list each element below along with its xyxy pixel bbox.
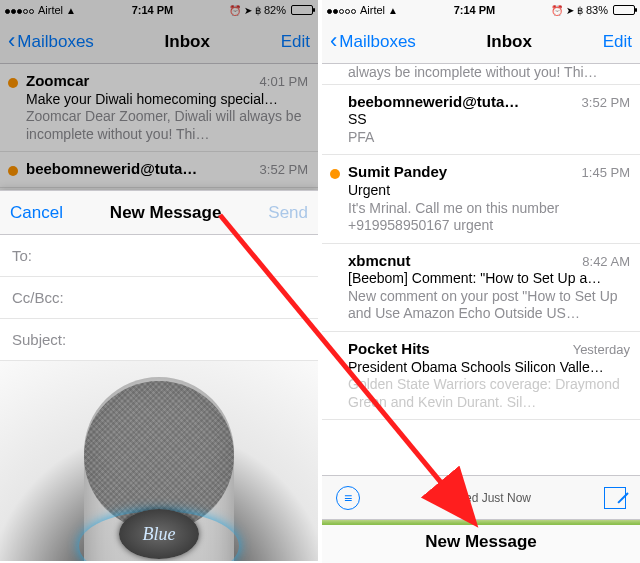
chevron-left-icon: ‹ bbox=[330, 30, 337, 52]
send-button[interactable]: Send bbox=[268, 203, 308, 223]
message-from: Pocket Hits bbox=[348, 340, 430, 359]
attachment-image[interactable]: Blue bbox=[0, 361, 318, 561]
message-from: beebomnewerid@tuta… bbox=[26, 160, 197, 179]
message-from: Sumit Pandey bbox=[348, 163, 447, 182]
draft-title: New Message bbox=[425, 532, 537, 552]
message-time: 1:45 PM bbox=[576, 165, 630, 181]
inbox-title: Inbox bbox=[487, 32, 532, 52]
message-time: 3:52 PM bbox=[254, 162, 308, 178]
message-subject: [Beebom] Comment: "How to Set Up a… bbox=[348, 270, 630, 288]
status-bar: Airtel ▲ 7:14 PM ⏰ ➤ ฿ 83% bbox=[322, 0, 640, 20]
message-subject: SS bbox=[348, 111, 630, 129]
message-list[interactable]: always be incomplete without you! Thi… b… bbox=[322, 64, 640, 420]
signal-dots-icon bbox=[327, 4, 357, 16]
message-from: Zoomcar bbox=[26, 72, 89, 91]
cancel-button[interactable]: Cancel bbox=[10, 203, 63, 223]
message-row[interactable]: beebomnewerid@tuta… 3:52 PM bbox=[0, 152, 318, 188]
back-mailboxes-button[interactable]: ‹ Mailboxes bbox=[8, 32, 94, 52]
subject-field[interactable]: Subject: bbox=[0, 319, 318, 361]
message-from: xbmcnut bbox=[348, 252, 411, 271]
message-from: beebomnewerid@tuta… bbox=[348, 93, 519, 112]
battery-icon bbox=[613, 5, 635, 15]
wifi-icon: ▲ bbox=[66, 5, 76, 16]
to-field[interactable]: To: bbox=[0, 235, 318, 277]
sync-status-label: Updated Just Now bbox=[433, 491, 531, 505]
minimized-draft-bar[interactable]: New Message bbox=[322, 519, 640, 563]
carrier-label: Airtel bbox=[38, 4, 63, 16]
message-preview: always be incomplete without you! Thi… bbox=[348, 64, 630, 82]
message-row[interactable]: beebomnewerid@tuta… 3:52 PM SS PFA bbox=[322, 85, 640, 156]
chevron-left-icon: ‹ bbox=[8, 30, 15, 52]
back-mailboxes-button[interactable]: ‹ Mailboxes bbox=[330, 32, 416, 52]
battery-icon bbox=[291, 5, 313, 15]
filter-icon[interactable]: ≡ bbox=[336, 486, 360, 510]
inbox-toolbar: ≡ Updated Just Now bbox=[322, 475, 640, 519]
compose-sheet: Cancel New Message Send To: Cc/Bcc: Subj… bbox=[0, 190, 318, 563]
message-time: 3:52 PM bbox=[576, 95, 630, 111]
phone-left: Airtel ▲ 7:14 PM ⏰ ➤ ฿ 82% ‹ Mailboxes I… bbox=[0, 0, 318, 563]
battery-percent-label: 82% bbox=[264, 4, 286, 16]
battery-percent-label: 83% bbox=[586, 4, 608, 16]
compose-navbar: Cancel New Message Send bbox=[0, 191, 318, 235]
signal-dots-icon bbox=[5, 4, 35, 16]
inbox-title: Inbox bbox=[165, 32, 210, 52]
mic-badge-label: Blue bbox=[119, 509, 199, 559]
inbox-navbar: ‹ Mailboxes Inbox Edit bbox=[0, 20, 318, 64]
status-bar: Airtel ▲ 7:14 PM ⏰ ➤ ฿ 82% bbox=[0, 0, 318, 20]
draft-progress-bar bbox=[322, 520, 640, 525]
clock-label: 7:14 PM bbox=[132, 4, 174, 16]
message-preview: Golden State Warriors coverage: Draymond… bbox=[348, 376, 630, 411]
message-preview: New comment on your post "How to Set Up … bbox=[348, 288, 630, 323]
compose-title: New Message bbox=[110, 203, 222, 223]
alarm-icon: ⏰ bbox=[551, 5, 563, 16]
phone-right: Airtel ▲ 7:14 PM ⏰ ➤ ฿ 83% ‹ Mailboxes I… bbox=[322, 0, 640, 563]
back-label: Mailboxes bbox=[17, 32, 94, 52]
unread-dot-icon bbox=[8, 166, 18, 176]
bluetooth-icon: ฿ bbox=[255, 5, 261, 16]
message-row[interactable]: always be incomplete without you! Thi… bbox=[322, 64, 640, 85]
inbox-navbar: ‹ Mailboxes Inbox Edit bbox=[322, 20, 640, 64]
message-list[interactable]: Zoomcar 4:01 PM Make your Diwali homecom… bbox=[0, 64, 318, 191]
carrier-label: Airtel bbox=[360, 4, 385, 16]
message-row[interactable]: xbmcnut 8:42 AM [Beebom] Comment: "How t… bbox=[322, 244, 640, 332]
message-subject: Make your Diwali homecoming special… bbox=[26, 91, 308, 109]
message-preview: It's Mrinal. Call me on this number +919… bbox=[348, 200, 630, 235]
clock-label: 7:14 PM bbox=[454, 4, 496, 16]
bluetooth-icon: ฿ bbox=[577, 5, 583, 16]
unread-dot-icon bbox=[330, 169, 340, 179]
message-row[interactable]: Pocket Hits Yesterday President Obama Sc… bbox=[322, 332, 640, 420]
unread-dot-icon bbox=[8, 78, 18, 88]
ccbcc-field[interactable]: Cc/Bcc: bbox=[0, 277, 318, 319]
message-row[interactable]: Zoomcar 4:01 PM Make your Diwali homecom… bbox=[0, 64, 318, 152]
message-preview: Zoomcar Dear Zoomer, Diwali will always … bbox=[26, 108, 308, 143]
location-icon: ➤ bbox=[244, 5, 252, 16]
message-row[interactable]: Sumit Pandey 1:45 PM Urgent It's Mrinal.… bbox=[322, 155, 640, 243]
edit-button[interactable]: Edit bbox=[281, 32, 310, 52]
message-time: 4:01 PM bbox=[254, 74, 308, 90]
message-time: Yesterday bbox=[567, 342, 630, 358]
edit-button[interactable]: Edit bbox=[603, 32, 632, 52]
wifi-icon: ▲ bbox=[388, 5, 398, 16]
back-label: Mailboxes bbox=[339, 32, 416, 52]
location-icon: ➤ bbox=[566, 5, 574, 16]
alarm-icon: ⏰ bbox=[229, 5, 241, 16]
message-subject: President Obama Schools Silicon Valle… bbox=[348, 359, 630, 377]
compose-icon[interactable] bbox=[604, 487, 626, 509]
message-preview: PFA bbox=[348, 129, 630, 147]
message-subject: Urgent bbox=[348, 182, 630, 200]
message-time: 8:42 AM bbox=[576, 254, 630, 270]
